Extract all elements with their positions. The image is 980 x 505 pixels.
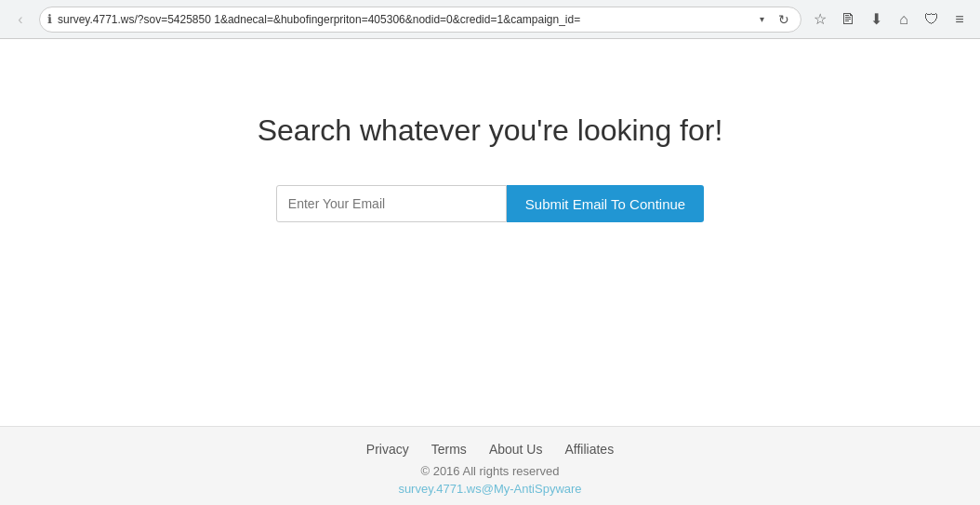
main-content: Search whatever you're looking for! Subm… [0, 39, 980, 426]
info-icon: ℹ [47, 12, 52, 26]
email-form: Submit Email To Continue [276, 185, 704, 222]
home-button[interactable]: ⌂ [891, 7, 917, 33]
bookmark-button[interactable]: ☆ [807, 7, 833, 33]
email-input[interactable] [276, 185, 507, 222]
footer-links: Privacy Terms About Us Affiliates [0, 442, 980, 457]
privacy-link[interactable]: Privacy [366, 442, 409, 457]
footer: Privacy Terms About Us Affiliates © 2016… [0, 426, 980, 505]
save-button[interactable]: 🖹 [835, 7, 861, 33]
back-button[interactable]: ‹ [7, 7, 33, 33]
shield-button[interactable]: 🛡 [919, 7, 945, 33]
browser-chrome: ‹ ℹ ▾ ↻ ☆ 🖹 ⬇ ⌂ 🛡 ≡ [0, 0, 980, 39]
affiliates-link[interactable]: Affiliates [564, 442, 614, 457]
copyright: © 2016 All rights reserved [0, 464, 980, 478]
menu-button[interactable]: ≡ [947, 7, 973, 33]
download-button[interactable]: ⬇ [863, 7, 889, 33]
url-dropdown-button[interactable]: ▾ [754, 10, 769, 29]
page-title: Search whatever you're looking for! [258, 113, 723, 148]
submit-button[interactable]: Submit Email To Continue [507, 185, 704, 222]
toolbar-actions: ☆ 🖹 ⬇ ⌂ 🛡 ≡ [807, 7, 973, 33]
address-bar-container: ℹ ▾ ↻ [39, 7, 801, 33]
terms-link[interactable]: Terms [431, 442, 467, 457]
reload-button[interactable]: ↻ [775, 10, 793, 29]
about-link[interactable]: About Us [489, 442, 543, 457]
address-bar[interactable] [58, 13, 748, 26]
watermark: survey.4771.ws@My-AntiSpyware [0, 482, 980, 496]
